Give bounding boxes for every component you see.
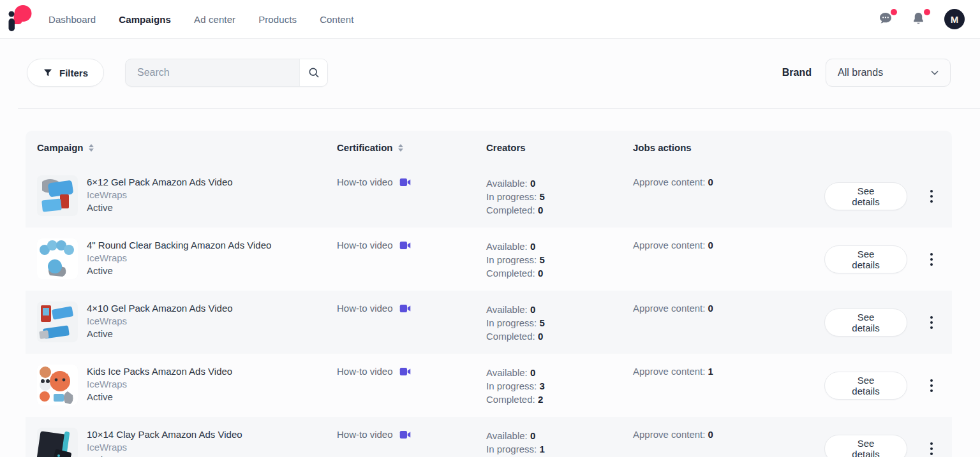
row-menu-kebab-icon[interactable] bbox=[928, 439, 935, 457]
bell-icon[interactable] bbox=[911, 11, 928, 27]
certification-label: How-to video bbox=[337, 366, 393, 377]
campaign-brand: IceWraps bbox=[87, 252, 271, 263]
campaign-thumbnail bbox=[37, 175, 78, 216]
campaign-thumbnail bbox=[37, 365, 78, 405]
jobs-actions-cell: Approve content: 1 bbox=[633, 365, 824, 377]
video-camera-icon bbox=[399, 366, 411, 377]
campaign-thumbnail bbox=[37, 428, 78, 457]
completed-count: 2 bbox=[538, 394, 543, 405]
available-count: 0 bbox=[530, 178, 535, 189]
table-row: 6×12 Gel Pack Amazon Ads Video IceWraps … bbox=[26, 164, 952, 228]
nav-item-content[interactable]: Content bbox=[320, 14, 353, 25]
filters-button[interactable]: Filters bbox=[27, 59, 104, 87]
search-input[interactable] bbox=[126, 59, 299, 86]
campaign-title[interactable]: Kids Ice Packs Amazon Ads Video bbox=[87, 366, 232, 377]
video-camera-icon bbox=[399, 240, 411, 250]
in-progress-count: 1 bbox=[539, 444, 544, 454]
user-avatar[interactable]: M bbox=[944, 9, 965, 29]
search-button[interactable] bbox=[299, 59, 327, 86]
brand-select-value: All brands bbox=[838, 67, 883, 78]
table-header-row: Campaign Certification Creators Jobs act… bbox=[26, 131, 952, 164]
creators-stats: Available: 0 In progress: 1 Completed: 4 bbox=[486, 428, 633, 457]
search-icon bbox=[308, 66, 320, 79]
chat-icon[interactable] bbox=[878, 11, 895, 27]
jobs-actions-cell: Approve content: 0 bbox=[633, 175, 824, 187]
top-navigation-bar: Dashboard Campaigns Ad center Products C… bbox=[0, 0, 980, 39]
campaign-thumbnail bbox=[37, 301, 78, 342]
column-header-creators: Creators bbox=[486, 142, 633, 153]
filter-funnel-icon bbox=[43, 68, 53, 78]
section-divider bbox=[18, 108, 980, 109]
row-menu-kebab-icon[interactable] bbox=[928, 375, 935, 396]
nav-item-campaigns[interactable]: Campaigns bbox=[119, 14, 171, 25]
chat-notification-badge bbox=[891, 9, 897, 15]
brand-filter-area: Brand All brands bbox=[782, 59, 951, 87]
row-menu-kebab-icon[interactable] bbox=[928, 249, 935, 270]
jobs-actions-cell: Approve content: 0 bbox=[633, 301, 824, 314]
available-count: 0 bbox=[530, 304, 535, 315]
certification-label: How-to video bbox=[337, 429, 393, 440]
completed-count: 0 bbox=[538, 268, 543, 279]
campaign-status: Active bbox=[87, 202, 233, 213]
campaign-title[interactable]: 6×12 Gel Pack Amazon Ads Video bbox=[87, 177, 233, 187]
brand-select[interactable]: All brands bbox=[826, 59, 951, 87]
jobs-actions-cell: Approve content: 0 bbox=[633, 238, 824, 250]
available-count: 0 bbox=[530, 241, 535, 252]
campaign-status: Active bbox=[87, 265, 271, 276]
campaign-title[interactable]: 4×10 Gel Pack Amazon Ads Video bbox=[87, 303, 233, 314]
column-header-jobs-actions: Jobs actions bbox=[633, 142, 824, 153]
sort-icon[interactable] bbox=[89, 144, 94, 152]
certification-label: How-to video bbox=[337, 240, 393, 250]
completed-count: 0 bbox=[538, 205, 543, 215]
row-menu-kebab-icon[interactable] bbox=[928, 186, 935, 207]
filters-button-label: Filters bbox=[59, 68, 88, 78]
primary-nav: Dashboard Campaigns Ad center Products C… bbox=[48, 14, 353, 25]
certification-label: How-to video bbox=[337, 177, 393, 187]
bell-notification-badge bbox=[924, 9, 930, 15]
campaigns-toolbar: Filters Brand All brands bbox=[0, 39, 980, 87]
campaign-title[interactable]: 4" Round Clear Backing Amazon Ads Video bbox=[87, 240, 271, 250]
video-camera-icon bbox=[399, 177, 411, 187]
campaigns-table: Campaign Certification Creators Jobs act… bbox=[26, 131, 952, 457]
in-progress-count: 5 bbox=[539, 191, 544, 202]
nav-item-products[interactable]: Products bbox=[258, 14, 297, 25]
in-progress-count: 5 bbox=[539, 254, 544, 265]
available-count: 0 bbox=[530, 367, 535, 378]
see-details-button[interactable]: See details bbox=[824, 435, 907, 457]
see-details-button[interactable]: See details bbox=[824, 308, 907, 337]
table-row: 10×14 Clay Pack Amazon Ads Video IceWrap… bbox=[26, 417, 952, 457]
campaign-brand: IceWraps bbox=[87, 442, 242, 453]
completed-count: 0 bbox=[538, 331, 543, 342]
campaign-brand: IceWraps bbox=[87, 189, 233, 200]
table-row: 4" Round Clear Backing Amazon Ads Video … bbox=[26, 228, 952, 291]
jobs-actions-cell: Approve content: 0 bbox=[633, 428, 824, 440]
in-progress-count: 3 bbox=[539, 381, 544, 391]
campaign-brand: IceWraps bbox=[87, 379, 232, 389]
approve-content-count: 0 bbox=[708, 303, 713, 314]
campaign-brand: IceWraps bbox=[87, 316, 233, 326]
nav-item-ad-center[interactable]: Ad center bbox=[194, 14, 235, 25]
approve-content-count: 0 bbox=[708, 177, 713, 187]
column-header-campaign[interactable]: Campaign bbox=[26, 142, 337, 153]
campaign-status: Active bbox=[87, 454, 242, 457]
see-details-button[interactable]: See details bbox=[824, 245, 907, 273]
campaign-title[interactable]: 10×14 Clay Pack Amazon Ads Video bbox=[87, 429, 242, 440]
campaign-thumbnail bbox=[37, 238, 78, 279]
column-header-certification[interactable]: Certification bbox=[337, 142, 486, 153]
approve-content-count: 0 bbox=[708, 429, 713, 440]
see-details-button[interactable]: See details bbox=[824, 182, 907, 210]
table-row: 4×10 Gel Pack Amazon Ads Video IceWraps … bbox=[26, 291, 952, 354]
table-row: Kids Ice Packs Amazon Ads Video IceWraps… bbox=[26, 354, 952, 417]
nav-item-dashboard[interactable]: Dashboard bbox=[48, 14, 96, 25]
video-camera-icon bbox=[399, 303, 411, 314]
sort-icon[interactable] bbox=[398, 144, 403, 152]
nav-right-controls: M bbox=[878, 9, 965, 29]
row-menu-kebab-icon[interactable] bbox=[928, 312, 935, 333]
joinbrands-logo[interactable] bbox=[4, 3, 37, 35]
creators-stats: Available: 0 In progress: 5 Completed: 0 bbox=[486, 301, 633, 343]
see-details-button[interactable]: See details bbox=[824, 372, 907, 400]
available-count: 0 bbox=[530, 430, 535, 441]
approve-content-count: 1 bbox=[708, 366, 713, 377]
approve-content-count: 0 bbox=[708, 240, 713, 250]
chevron-down-icon bbox=[930, 68, 940, 78]
